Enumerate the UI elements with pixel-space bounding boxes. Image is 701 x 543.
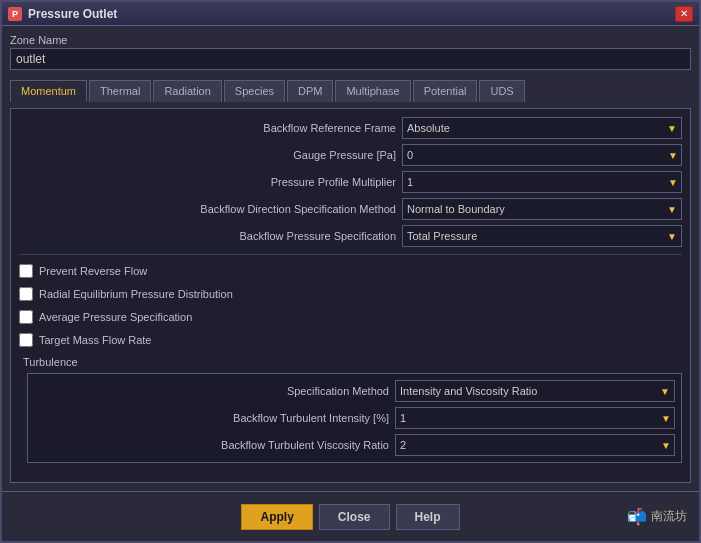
turbulence-box: Specification Method Intensity and Visco… — [27, 373, 682, 463]
title-bar-left: P Pressure Outlet — [8, 7, 117, 21]
target-mass-flow-label: Target Mass Flow Rate — [39, 334, 151, 346]
turb-spec-method-dropdown[interactable]: Intensity and Viscosity Ratio ▼ — [395, 380, 675, 402]
target-mass-flow-checkbox[interactable] — [19, 333, 33, 347]
backflow-direction-value: Normal to Boundary ▼ — [402, 198, 682, 220]
checkbox-target-mass-flow: Target Mass Flow Rate — [19, 331, 682, 349]
tab-dpm[interactable]: DPM — [287, 80, 333, 102]
turbulence-section-label: Turbulence — [19, 356, 682, 368]
backflow-ref-frame-arrow-icon: ▼ — [667, 123, 677, 134]
gauge-pressure-arrow-icon: ▼ — [665, 150, 681, 161]
backflow-direction-label: Backflow Direction Specification Method — [19, 203, 402, 215]
bottom-bar: Apply Close Help 📬 南流坊 — [2, 491, 699, 541]
backflow-pressure-dropdown[interactable]: Total Pressure ▼ — [402, 225, 682, 247]
backflow-ref-frame-row: Backflow Reference Frame Absolute ▼ — [19, 117, 682, 139]
gauge-pressure-input-wrapper: ▼ — [402, 144, 682, 166]
turb-intensity-arrow-icon: ▼ — [658, 413, 674, 424]
prevent-reverse-flow-label: Prevent Reverse Flow — [39, 265, 147, 277]
turb-intensity-input-wrapper: ▼ — [395, 407, 675, 429]
tab-content-momentum: Backflow Reference Frame Absolute ▼ Gaug… — [10, 108, 691, 483]
help-button[interactable]: Help — [396, 504, 460, 530]
turb-viscosity-label: Backflow Turbulent Viscosity Ratio — [34, 439, 395, 451]
turb-spec-method-arrow-icon: ▼ — [660, 386, 670, 397]
gauge-pressure-label: Gauge Pressure [Pa] — [19, 149, 402, 161]
radial-equilibrium-label: Radial Equilibrium Pressure Distribution — [39, 288, 233, 300]
turb-spec-method-value: Intensity and Viscosity Ratio ▼ — [395, 380, 675, 402]
backflow-pressure-label: Backflow Pressure Specification — [19, 230, 402, 242]
pressure-outlet-window: P Pressure Outlet ✕ Zone Name Momentum T… — [0, 0, 701, 543]
apply-button[interactable]: Apply — [241, 504, 312, 530]
zone-name-input[interactable] — [10, 48, 691, 70]
tab-potential[interactable]: Potential — [413, 80, 478, 102]
tab-species[interactable]: Species — [224, 80, 285, 102]
title-bar: P Pressure Outlet ✕ — [2, 2, 699, 26]
turb-spec-method-row: Specification Method Intensity and Visco… — [34, 380, 675, 402]
bottom-buttons: Apply Close Help — [74, 504, 627, 530]
gauge-pressure-input[interactable] — [403, 147, 665, 163]
tab-multiphase[interactable]: Multiphase — [335, 80, 410, 102]
watermark: 📬 南流坊 — [627, 507, 687, 526]
gauge-pressure-value: ▼ — [402, 144, 682, 166]
checkbox-prevent-reverse-flow: Prevent Reverse Flow — [19, 262, 682, 280]
turb-viscosity-input[interactable] — [396, 437, 658, 453]
pressure-profile-value: ▼ — [402, 171, 682, 193]
watermark-text: 南流坊 — [651, 508, 687, 525]
main-content: Zone Name Momentum Thermal Radiation Spe… — [2, 26, 699, 491]
turb-viscosity-arrow-icon: ▼ — [658, 440, 674, 451]
zone-name-section: Zone Name — [10, 34, 691, 70]
pressure-profile-input-wrapper: ▼ — [402, 171, 682, 193]
turb-spec-method-label: Specification Method — [34, 385, 395, 397]
turb-intensity-value: ▼ — [395, 407, 675, 429]
turb-viscosity-value: ▼ — [395, 434, 675, 456]
turb-intensity-row: Backflow Turbulent Intensity [%] ▼ — [34, 407, 675, 429]
backflow-direction-row: Backflow Direction Specification Method … — [19, 198, 682, 220]
checkbox-average-pressure: Average Pressure Specification — [19, 308, 682, 326]
backflow-pressure-arrow-icon: ▼ — [667, 231, 677, 242]
tab-momentum[interactable]: Momentum — [10, 80, 87, 102]
window-title: Pressure Outlet — [28, 7, 117, 21]
separator-1 — [19, 254, 682, 255]
radial-equilibrium-checkbox[interactable] — [19, 287, 33, 301]
turb-intensity-input[interactable] — [396, 410, 658, 426]
backflow-pressure-value: Total Pressure ▼ — [402, 225, 682, 247]
gauge-pressure-row: Gauge Pressure [Pa] ▼ — [19, 144, 682, 166]
backflow-ref-frame-dropdown[interactable]: Absolute ▼ — [402, 117, 682, 139]
tab-radiation[interactable]: Radiation — [153, 80, 221, 102]
turb-intensity-label: Backflow Turbulent Intensity [%] — [34, 412, 395, 424]
zone-name-label: Zone Name — [10, 34, 691, 46]
backflow-direction-dropdown[interactable]: Normal to Boundary ▼ — [402, 198, 682, 220]
close-button[interactable]: Close — [319, 504, 390, 530]
pressure-profile-row: Pressure Profile Multiplier ▼ — [19, 171, 682, 193]
pressure-profile-label: Pressure Profile Multiplier — [19, 176, 402, 188]
checkbox-radial-equilibrium: Radial Equilibrium Pressure Distribution — [19, 285, 682, 303]
tab-uds[interactable]: UDS — [479, 80, 524, 102]
pressure-profile-arrow-icon: ▼ — [665, 177, 681, 188]
tab-thermal[interactable]: Thermal — [89, 80, 151, 102]
backflow-ref-frame-label: Backflow Reference Frame — [19, 122, 402, 134]
backflow-ref-frame-value: Absolute ▼ — [402, 117, 682, 139]
average-pressure-label: Average Pressure Specification — [39, 311, 192, 323]
prevent-reverse-flow-checkbox[interactable] — [19, 264, 33, 278]
wechat-icon: 📬 — [627, 507, 647, 526]
window-close-button[interactable]: ✕ — [675, 6, 693, 22]
average-pressure-checkbox[interactable] — [19, 310, 33, 324]
turb-viscosity-row: Backflow Turbulent Viscosity Ratio ▼ — [34, 434, 675, 456]
pressure-profile-input[interactable] — [403, 174, 665, 190]
backflow-pressure-row: Backflow Pressure Specification Total Pr… — [19, 225, 682, 247]
window-icon: P — [8, 7, 22, 21]
turb-viscosity-input-wrapper: ▼ — [395, 434, 675, 456]
backflow-direction-arrow-icon: ▼ — [667, 204, 677, 215]
tabs-row: Momentum Thermal Radiation Species DPM M… — [10, 80, 691, 102]
